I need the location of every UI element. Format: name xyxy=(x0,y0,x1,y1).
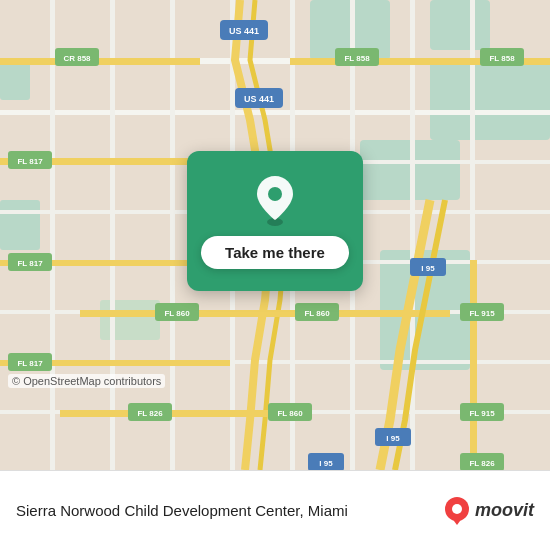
svg-rect-19 xyxy=(170,0,175,470)
map-attribution: © OpenStreetMap contributors xyxy=(8,374,165,388)
moovit-pin-icon xyxy=(443,497,471,525)
svg-point-72 xyxy=(452,504,462,514)
svg-rect-7 xyxy=(0,200,40,250)
svg-rect-32 xyxy=(470,260,477,470)
svg-text:FL 860: FL 860 xyxy=(164,309,190,318)
svg-text:FL 817: FL 817 xyxy=(17,259,43,268)
svg-text:FL 860: FL 860 xyxy=(277,409,303,418)
svg-text:FL 826: FL 826 xyxy=(137,409,163,418)
svg-rect-18 xyxy=(110,0,115,470)
svg-rect-3 xyxy=(430,60,550,140)
moovit-logo: moovit xyxy=(443,497,534,525)
svg-rect-10 xyxy=(0,110,550,115)
svg-rect-17 xyxy=(50,0,55,470)
svg-text:I 95: I 95 xyxy=(319,459,333,468)
location-card: Take me there xyxy=(187,151,363,291)
svg-text:I 95: I 95 xyxy=(386,434,400,443)
svg-rect-5 xyxy=(0,60,30,100)
svg-text:FL 858: FL 858 xyxy=(489,54,515,63)
svg-rect-2 xyxy=(430,0,490,50)
svg-text:FL 915: FL 915 xyxy=(469,409,495,418)
svg-text:FL 826: FL 826 xyxy=(469,459,495,468)
svg-text:CR 858: CR 858 xyxy=(63,54,91,63)
bottom-bar: Sierra Norwood Child Development Center,… xyxy=(0,470,550,550)
location-pin-icon xyxy=(253,174,297,226)
svg-text:FL 817: FL 817 xyxy=(17,359,43,368)
svg-text:FL 817: FL 817 xyxy=(17,157,43,166)
svg-marker-73 xyxy=(451,517,463,525)
svg-rect-28 xyxy=(80,310,450,317)
svg-text:US 441: US 441 xyxy=(244,94,274,104)
moovit-brand-text: moovit xyxy=(475,500,534,521)
svg-point-70 xyxy=(268,187,282,201)
take-me-there-button[interactable]: Take me there xyxy=(201,236,349,269)
map-card: Take me there xyxy=(187,151,363,291)
svg-rect-30 xyxy=(0,58,200,65)
svg-text:FL 860: FL 860 xyxy=(304,309,330,318)
svg-text:US 441: US 441 xyxy=(229,26,259,36)
svg-text:FL 915: FL 915 xyxy=(469,309,495,318)
svg-rect-8 xyxy=(100,300,160,340)
map-container: US 441 US 441 CR 858 FL 858 FL 858 FL 81… xyxy=(0,0,550,470)
svg-text:I 95: I 95 xyxy=(421,264,435,273)
svg-text:FL 858: FL 858 xyxy=(344,54,370,63)
place-name: Sierra Norwood Child Development Center,… xyxy=(16,502,443,519)
